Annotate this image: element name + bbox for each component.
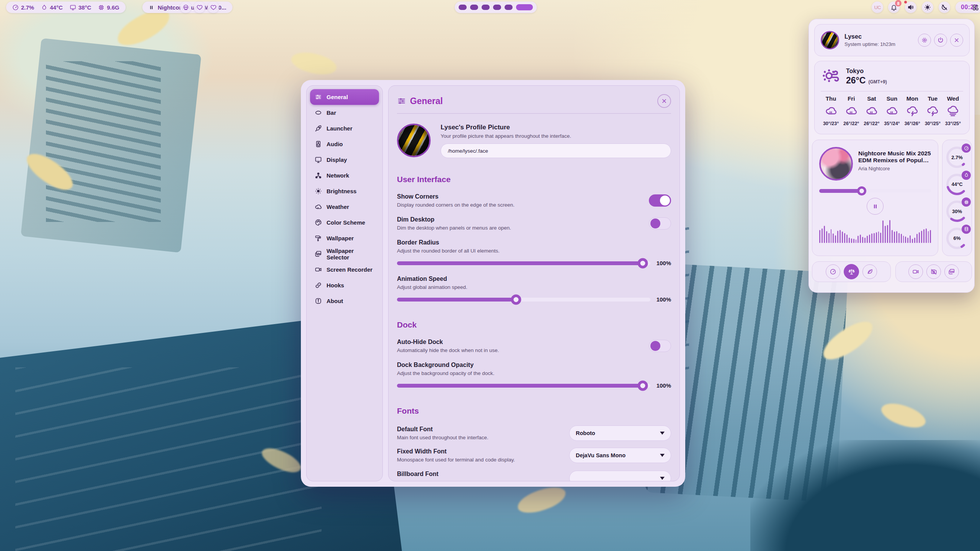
sidebar-item-brightness[interactable]: Brightness (310, 183, 379, 199)
gauge-icon (12, 4, 19, 11)
setting-label: Billboard Font (397, 471, 569, 478)
sidebar-item-color-scheme[interactable]: Color Scheme (310, 215, 379, 230)
profile-avatar[interactable] (397, 124, 431, 157)
avatar (821, 31, 839, 49)
workspace-dot[interactable] (493, 5, 501, 10)
workspace-dot[interactable] (470, 5, 478, 10)
billboard-font-dropdown[interactable] (569, 471, 671, 481)
special-workspace-skull-button[interactable] (180, 2, 191, 13)
forecast-row: Thu 30°/23° Fri 26°/22° Sat 26°/22° Sun (821, 95, 963, 126)
workspace-dot[interactable] (482, 5, 490, 10)
sidebar-item-wallpaper-selector[interactable]: Wallpaper Selector (310, 246, 379, 262)
animation-speed-slider[interactable] (397, 298, 650, 302)
track-progress-slider[interactable] (819, 189, 931, 192)
workspace-indicator[interactable] (455, 2, 537, 13)
sidebar-item-display[interactable]: Display (310, 152, 379, 168)
power-button[interactable] (934, 34, 947, 47)
pause-button[interactable] (867, 198, 884, 215)
close-panel-button[interactable] (950, 34, 963, 47)
profile-description: Your profile picture that appears throug… (441, 133, 671, 139)
sidebar-item-weather[interactable]: Weather (310, 199, 379, 215)
chevron-down-icon (660, 432, 665, 435)
palette-icon (315, 219, 322, 226)
setting-label: Animation Speed (397, 276, 671, 282)
track-title-line1: Nightcore Music Mix 2025 (858, 150, 931, 157)
sidebar-item-screen-recorder[interactable]: Screen Recorder (310, 262, 379, 277)
favorites-button[interactable] (194, 2, 205, 13)
screenshot-off-button[interactable] (926, 264, 941, 279)
section-title-dock: Dock (397, 320, 671, 329)
workspace-dot[interactable] (459, 5, 467, 10)
storm-cloud-icon (926, 105, 939, 117)
likes-button[interactable] (207, 2, 219, 13)
screen-record-button[interactable] (908, 264, 923, 279)
rocket-icon (315, 125, 322, 132)
slider-knob[interactable] (511, 294, 521, 305)
setting-label: Fixed Width Font (397, 448, 569, 455)
wallpaper-picker-button[interactable] (944, 264, 959, 279)
setting-description: Adjust global animation speed. (397, 284, 671, 290)
media-card: Nightcore Music Mix 2025 EDM Remixes of … (812, 140, 938, 256)
monitor-icon (70, 4, 76, 11)
tray-app-icon: UC (874, 5, 881, 10)
balanced-profile-button[interactable] (844, 264, 859, 279)
system-stats-pill[interactable]: 2.7% 44°C 38°C 9.6G (6, 2, 126, 13)
paint-roller-icon (315, 235, 322, 242)
setting-label: Default Font (397, 426, 569, 433)
bar-icon (315, 109, 322, 116)
chevron-down-icon (660, 477, 665, 480)
sidebar-item-network[interactable]: Network (310, 168, 379, 183)
gpu-temp-stat: 38°C (70, 4, 91, 11)
uptime-label: System uptime: 1h23m (844, 41, 895, 47)
performance-profile-button[interactable] (826, 264, 840, 279)
flame-icon (964, 173, 969, 178)
volume-alert-dot (904, 1, 907, 3)
link-icon (315, 282, 322, 289)
sidebar-item-hooks[interactable]: Hooks (310, 277, 379, 293)
sidebar-item-about[interactable]: About (310, 293, 379, 309)
border-radius-slider[interactable] (397, 261, 650, 265)
night-light-button[interactable] (939, 2, 950, 13)
profile-path-input[interactable]: /home/lysec/.face (441, 143, 671, 158)
dock-opacity-slider[interactable] (397, 384, 650, 388)
flame-icon (41, 4, 47, 11)
sun-wind-icon (821, 67, 841, 86)
video-camera-icon (912, 268, 919, 275)
volume-button[interactable] (905, 2, 916, 13)
sidebar-item-audio[interactable]: Audio (310, 136, 379, 152)
workspace-dot[interactable] (505, 5, 513, 10)
apps-grid-plus-icon (972, 4, 979, 11)
slider-knob[interactable] (857, 186, 866, 196)
sidebar-item-wallpaper[interactable]: Wallpaper (310, 230, 379, 246)
setting-description: Dim the desktop when panels or menus are… (397, 225, 649, 231)
settings-button[interactable] (918, 34, 931, 47)
fixed-width-font-dropdown[interactable]: DejaVu Sans Mono (569, 448, 671, 463)
default-font-dropdown[interactable]: Roboto (569, 425, 671, 441)
side-panel: Lysec System uptime: 1h23m Tokyo (808, 19, 975, 293)
apps-overview-button[interactable] (970, 2, 980, 13)
sidebar-item-bar[interactable]: Bar (310, 105, 379, 121)
workspace-dot-active[interactable] (516, 4, 533, 10)
fog-cloud-icon (947, 105, 959, 117)
auto-hide-dock-toggle[interactable] (649, 340, 671, 352)
power-icon (937, 37, 944, 44)
sidebar-item-general[interactable]: General (310, 89, 379, 105)
tray-app-button[interactable]: UC (872, 2, 883, 13)
brightness-icon (315, 187, 322, 195)
power-saver-profile-button[interactable] (862, 264, 877, 279)
brightness-button[interactable] (922, 2, 933, 13)
close-button[interactable] (657, 94, 671, 108)
setting-description: Monospace font used for terminal and cod… (397, 457, 569, 463)
notifications-button[interactable]: 8 (888, 2, 900, 13)
slider-knob[interactable] (637, 258, 648, 268)
show-corners-toggle[interactable] (649, 194, 671, 207)
close-icon (661, 98, 667, 104)
slider-knob[interactable] (637, 380, 648, 391)
pause-icon (872, 203, 879, 210)
weather-city: Tokyo (846, 68, 887, 75)
speaker-box-icon (315, 140, 322, 148)
scales-icon (848, 268, 855, 276)
moon-slash-icon (941, 4, 948, 11)
sidebar-item-launcher[interactable]: Launcher (310, 121, 379, 136)
dim-desktop-toggle[interactable] (649, 217, 671, 230)
